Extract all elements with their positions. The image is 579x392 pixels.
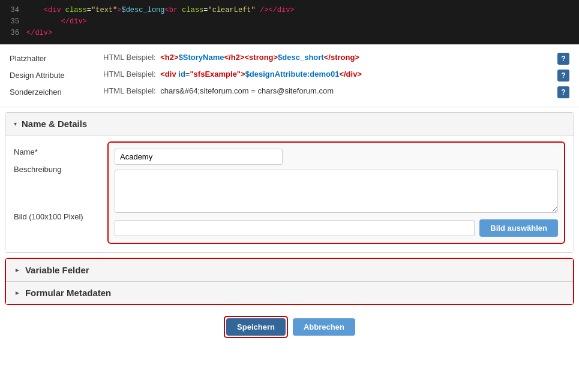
image-path-input[interactable]: [115, 220, 475, 236]
name-field-row: [115, 149, 558, 165]
form-fields-container: Bild auswählen: [107, 141, 565, 244]
variable-felder-header[interactable]: ► Variable Felder: [6, 259, 573, 281]
platzhalter-label: Platzhalter: [10, 53, 94, 63]
design-attribute-help-icon[interactable]: ?: [557, 70, 569, 82]
formular-metadaten-panel: ► Formular Metadaten: [6, 282, 573, 304]
design-attribute-content: HTML Beispiel: <div id="sfsExample">$des…: [103, 70, 548, 79]
code-line-34: 34 <div class="text">$desc_long<br class…: [7, 5, 572, 16]
collapsible-sections-container: ► Variable Felder ► Formular Metadaten: [5, 258, 574, 305]
info-row-design-attribute: Design Attribute HTML Beispiel: <div id=…: [10, 67, 569, 84]
info-row-platzhalter: Platzhalter HTML Beispiel: <h2>$StoryNam…: [10, 50, 569, 67]
platzhalter-content: HTML Beispiel: <h2>$StoryName</h2><stron…: [103, 53, 548, 62]
image-select-button[interactable]: Bild auswählen: [479, 219, 558, 237]
name-details-header[interactable]: ▾ Name & Details: [5, 113, 574, 135]
description-field-label: Beschreibung: [14, 162, 98, 174]
name-details-body: Name* Beschreibung Bild (100x100 Pixel) …: [5, 135, 574, 252]
save-button-wrapper: Speichern: [224, 316, 288, 338]
design-attribute-label: Design Attribute: [10, 70, 94, 80]
info-row-sonderzeichen: Sonderzeichen HTML Beispiel: chars&#64;s…: [10, 84, 569, 101]
save-button[interactable]: Speichern: [226, 318, 286, 336]
cancel-button[interactable]: Abbrechen: [293, 318, 355, 336]
code-editor: 34 <div class="text">$desc_long<br class…: [0, 0, 579, 44]
name-details-panel: ▾ Name & Details Name* Beschreibung Bild…: [5, 112, 574, 253]
name-input[interactable]: [115, 149, 283, 165]
description-textarea[interactable]: [115, 170, 558, 213]
platzhalter-help-icon[interactable]: ?: [557, 53, 569, 65]
name-details-chevron-icon: ▾: [14, 120, 17, 127]
sonderzeichen-help-icon[interactable]: ?: [557, 86, 569, 98]
footer-buttons: Speichern Abbrechen: [0, 307, 579, 350]
variable-felder-title: Variable Felder: [25, 265, 89, 275]
formular-metadaten-title: Formular Metadaten: [25, 288, 111, 298]
variable-felder-panel: ► Variable Felder: [6, 259, 573, 281]
description-field-row: [115, 170, 558, 215]
sonderzeichen-label: Sonderzeichen: [10, 86, 94, 97]
variable-felder-chevron-icon: ►: [14, 267, 20, 273]
sonderzeichen-content: HTML Beispiel: chars&#64;siteforum.com =…: [103, 86, 548, 95]
code-line-36: 36 </div>: [7, 28, 572, 39]
info-section: Platzhalter HTML Beispiel: <h2>$StoryNam…: [0, 44, 579, 107]
code-line-35: 35 </div>: [7, 16, 572, 28]
image-field-label: Bild (100x100 Pixel): [14, 210, 98, 221]
formular-metadaten-chevron-icon: ►: [14, 290, 20, 296]
formular-metadaten-header[interactable]: ► Formular Metadaten: [6, 282, 573, 304]
name-field-label: Name*: [14, 145, 98, 156]
form-labels: Name* Beschreibung Bild (100x100 Pixel): [14, 141, 98, 221]
name-details-title: Name & Details: [22, 119, 87, 129]
image-field-row: Bild auswählen: [115, 219, 558, 237]
